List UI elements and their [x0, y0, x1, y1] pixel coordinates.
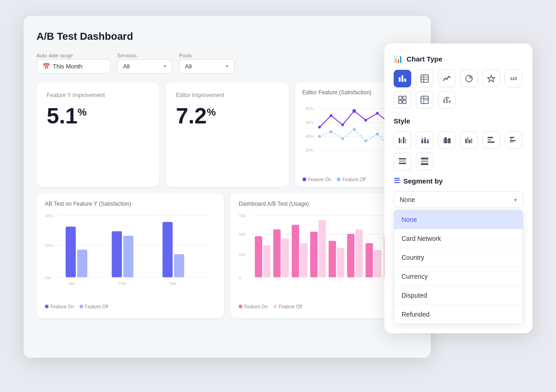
- bar1-legend-off: Feature Off: [80, 304, 108, 309]
- svg-rect-30: [66, 227, 76, 277]
- svg-rect-56: [337, 248, 344, 277]
- segment-option-none[interactable]: None: [394, 210, 523, 229]
- svg-rect-98: [467, 137, 469, 143]
- segment-option-card-network[interactable]: Card Network: [394, 229, 523, 248]
- grid-chart-type-button[interactable]: [394, 91, 411, 109]
- svg-rect-48: [263, 245, 271, 277]
- style-stacked-button[interactable]: [416, 131, 433, 149]
- pivot-chart-type-button[interactable]: [416, 91, 433, 109]
- bar2-title: Dashboard A/B Test (Usage): [239, 201, 409, 207]
- svg-rect-103: [488, 141, 494, 143]
- svg-rect-107: [510, 141, 513, 143]
- posts-select[interactable]: All ▾: [179, 59, 235, 74]
- svg-rect-34: [162, 222, 173, 277]
- svg-rect-80: [443, 99, 445, 103]
- table-chart-type-button[interactable]: [416, 70, 433, 87]
- svg-text:500: 500: [239, 232, 246, 237]
- svg-text:60%: 60%: [305, 106, 314, 111]
- svg-rect-72: [399, 96, 402, 99]
- date-filter-button[interactable]: 📅 This Month: [37, 59, 111, 74]
- bar-chart-type-button[interactable]: [394, 70, 411, 87]
- svg-rect-86: [405, 139, 406, 143]
- svg-rect-32: [112, 231, 122, 277]
- segment-option-refunded[interactable]: Refunded: [394, 305, 523, 324]
- calendar-icon: 📅: [43, 63, 50, 70]
- segment-option-country[interactable]: Country: [394, 248, 523, 267]
- svg-rect-100: [471, 138, 472, 143]
- svg-rect-75: [403, 100, 406, 104]
- svg-point-18: [341, 137, 344, 140]
- bar2-legend-off: Feature Off: [273, 304, 302, 309]
- pie-chart-type-button[interactable]: [460, 70, 478, 87]
- style-hbar-button[interactable]: [482, 131, 500, 149]
- svg-rect-105: [510, 138, 513, 140]
- svg-rect-31: [77, 250, 87, 277]
- svg-rect-99: [469, 140, 470, 143]
- svg-point-21: [376, 133, 378, 135]
- chart-type-section-title: 📊 Chart Type: [394, 55, 523, 63]
- svg-rect-51: [292, 225, 299, 277]
- style-hbar2-button[interactable]: [505, 131, 522, 149]
- svg-marker-71: [488, 75, 495, 82]
- style-grouped-button[interactable]: [394, 131, 411, 149]
- stats-grid: Feature Y Improvement 5.1% Editor Improv…: [37, 83, 418, 187]
- svg-rect-90: [424, 137, 426, 139]
- legend-feature-on: Feature On: [303, 177, 332, 182]
- stat-card-feature-y: Feature Y Improvement 5.1%: [37, 83, 159, 187]
- svg-text:40%: 40%: [45, 214, 53, 218]
- svg-rect-47: [255, 236, 262, 277]
- segment-option-currency[interactable]: Currency: [394, 267, 523, 286]
- svg-rect-64: [402, 75, 403, 82]
- svg-text:250: 250: [239, 252, 246, 257]
- segment-icon: ☰: [394, 177, 400, 185]
- segment-option-disputed[interactable]: Disputed: [394, 286, 523, 305]
- svg-rect-59: [365, 243, 373, 277]
- star-chart-type-button[interactable]: [482, 70, 500, 87]
- svg-rect-81: [446, 98, 448, 103]
- bar1-title: AB Test on Feature Y (Satisfaction): [45, 201, 216, 207]
- svg-rect-89: [424, 139, 426, 143]
- svg-rect-55: [328, 241, 336, 277]
- date-filter-value: This Month: [53, 63, 82, 70]
- bar1-legend-on: Feature On: [45, 304, 74, 309]
- svg-text:50%: 50%: [305, 120, 314, 125]
- bar2-legend: Feature On Feature Off: [239, 304, 409, 309]
- style-row2-button[interactable]: [416, 153, 433, 170]
- svg-rect-92: [427, 139, 429, 141]
- style-icons: [394, 131, 523, 170]
- svg-point-10: [341, 123, 344, 126]
- svg-rect-113: [421, 163, 428, 165]
- bar2-svg: 750 500 250 0: [239, 211, 409, 299]
- style-row-button[interactable]: [394, 153, 411, 170]
- services-select[interactable]: All ▾: [117, 59, 173, 74]
- filters-row: Auto date range 📅 This Month Services Al…: [37, 53, 418, 74]
- style-overlap-button[interactable]: [438, 131, 456, 149]
- number-chart-type-button[interactable]: 123: [505, 70, 522, 87]
- svg-rect-91: [427, 141, 429, 143]
- style-bar4-button[interactable]: [460, 131, 478, 149]
- svg-text:Jan: Jan: [68, 281, 75, 286]
- stat-card-editor: Editor Improvement 7.2%: [166, 83, 288, 187]
- svg-point-12: [364, 119, 367, 122]
- svg-point-11: [352, 109, 356, 113]
- svg-point-20: [364, 140, 367, 142]
- segment-select[interactable]: None ▾: [394, 191, 523, 208]
- svg-rect-65: [404, 79, 406, 82]
- dashboard-card: A/B Test Dashboard Auto date range 📅 Thi…: [24, 16, 431, 358]
- svg-rect-110: [399, 163, 406, 164]
- svg-rect-54: [319, 220, 326, 277]
- line-chart-type-button[interactable]: [438, 70, 456, 87]
- dashboard-title: A/B Test Dashboard: [37, 31, 418, 43]
- right-panel: 📊 Chart Type 123: [384, 43, 532, 333]
- svg-rect-82: [449, 100, 451, 103]
- segment-dropdown: None Card Network Country Currency Dispu…: [394, 210, 523, 324]
- posts-label: Posts: [179, 53, 235, 58]
- services-label: Services: [117, 53, 173, 58]
- stat-value-editor: 7.2%: [176, 105, 278, 127]
- svg-point-8: [318, 126, 321, 129]
- svg-text:30%: 30%: [305, 148, 314, 153]
- svg-rect-85: [403, 137, 404, 143]
- svg-rect-53: [310, 232, 318, 277]
- services-value: All: [123, 63, 130, 70]
- combo-chart-type-button[interactable]: [438, 91, 456, 109]
